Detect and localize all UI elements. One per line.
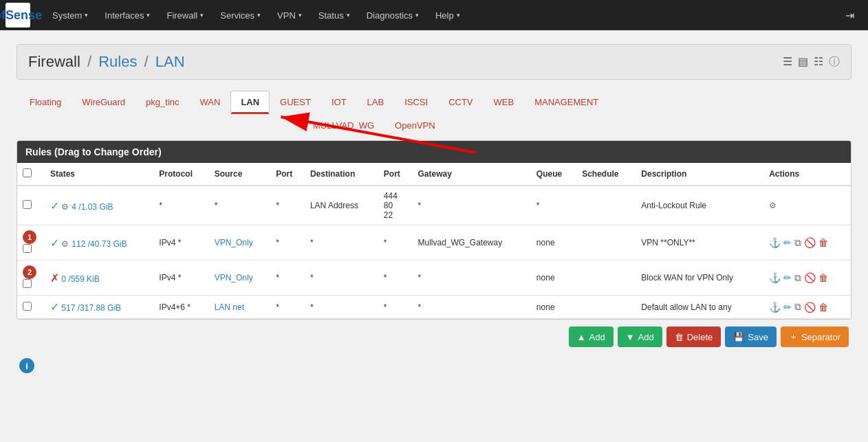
row-select-checkbox[interactable] — [23, 200, 32, 209]
nav-interfaces[interactable]: Interfaces ▾ — [96, 0, 158, 30]
tab-openvpn[interactable]: OpenVPN — [384, 114, 446, 136]
gear-icon[interactable]: ⚙ — [61, 239, 69, 249]
row-port-src: * — [270, 261, 305, 296]
tabs-container: Floating WireGuard pkg_tinc WAN LAN GUES… — [17, 91, 851, 136]
tabs-row-1: Floating WireGuard pkg_tinc WAN LAN GUES… — [17, 91, 851, 113]
source-link[interactable]: VPN_Only — [215, 238, 253, 247]
enabled-check-icon: ✓ — [50, 237, 59, 249]
edit-icon[interactable]: ✏ — [783, 272, 792, 283]
states-link[interactable]: 112 /40.73 GiB — [72, 239, 127, 249]
logo-box: pfSense — [6, 3, 30, 27]
brand: pfSense — [6, 3, 33, 27]
caret-icon: ▾ — [257, 12, 261, 19]
row-port-dst: * — [378, 296, 413, 319]
states-link[interactable]: 0 /559 KiB — [61, 274, 99, 284]
nav-firewall[interactable]: Firewall ▾ — [158, 0, 212, 30]
tab-web[interactable]: WEB — [484, 91, 525, 113]
delete-row-icon[interactable]: 🗑 — [818, 272, 828, 283]
nav-system[interactable]: System ▾ — [44, 0, 96, 30]
logout-button[interactable]: ⇥ — [837, 9, 862, 22]
tab-floating[interactable]: Floating — [19, 91, 72, 113]
source-link[interactable]: VPN_Only — [215, 273, 253, 283]
th-source: Source — [209, 163, 271, 186]
row-queue: none — [531, 225, 576, 261]
bc-sep-1: / — [87, 53, 96, 70]
tab-wan[interactable]: WAN — [190, 91, 231, 113]
tab-guest[interactable]: GUEST — [270, 91, 321, 113]
row-queue: none — [531, 296, 576, 319]
edit-icon[interactable]: ✏ — [783, 302, 792, 313]
copy-icon[interactable]: ⧉ — [794, 237, 801, 249]
anchor-icon[interactable]: ⚓ — [769, 272, 781, 283]
copy-icon[interactable]: ⧉ — [794, 272, 801, 284]
help-icon[interactable]: ⓘ — [829, 55, 840, 69]
tab-wireguard[interactable]: WireGuard — [72, 91, 135, 113]
states-link[interactable]: 517 /317.88 GiB — [61, 303, 121, 313]
table-icon[interactable]: ☷ — [814, 55, 823, 69]
tab-pkg-tinc[interactable]: pkg_tinc — [135, 91, 189, 113]
enabled-check-icon: ✓ — [50, 301, 59, 313]
copy-icon[interactable]: ⧉ — [794, 301, 801, 313]
nav-diagnostics[interactable]: Diagnostics ▾ — [358, 0, 427, 30]
nav-vpn[interactable]: VPN ▾ — [269, 0, 310, 30]
nav-services[interactable]: Services ▾ — [212, 0, 269, 30]
row-schedule — [576, 186, 636, 225]
tabs-row-2: MULLVAD_WG OpenVPN — [17, 114, 851, 136]
chart-icon[interactable]: ▤ — [798, 55, 808, 69]
row-gateway: Mullvad_WG_Gateway — [413, 225, 531, 261]
settings-icon[interactable]: ⚙ — [769, 201, 777, 210]
add-up-button[interactable]: ▲ Add — [569, 327, 614, 347]
gear-icon[interactable]: ⚙ — [61, 202, 69, 212]
states-link[interactable]: 4 /1.03 GiB — [72, 202, 113, 212]
rules-table: States Protocol Source Port Destination … — [17, 163, 851, 319]
block-icon[interactable]: 🚫 — [804, 272, 816, 283]
row-port-dst: * — [378, 261, 413, 296]
th-checkbox — [17, 163, 45, 186]
select-all-checkbox[interactable] — [23, 168, 32, 177]
row-select-checkbox[interactable] — [23, 279, 32, 288]
table-row: 1✓ ⚙112 /40.73 GiBIPv4 *VPN_Only***Mullv… — [17, 225, 851, 261]
row-actions: ⚓ ✏ ⧉ 🚫 🗑 — [763, 261, 851, 296]
add-down-icon: ▼ — [626, 332, 635, 342]
edit-icon[interactable]: ✏ — [783, 237, 792, 248]
nav-status[interactable]: Status ▾ — [310, 0, 358, 30]
row-actions: ⚓ ✏ ⧉ 🚫 🗑 — [763, 296, 851, 319]
delete-row-icon[interactable]: 🗑 — [818, 237, 828, 248]
nav-help[interactable]: Help ▾ — [427, 0, 468, 30]
info-button[interactable]: i — [19, 358, 34, 373]
tab-iot[interactable]: IOT — [321, 91, 357, 113]
anchor-icon[interactable]: ⚓ — [769, 237, 781, 248]
add-down-button[interactable]: ▼ Add — [618, 327, 662, 347]
row-destination: * — [305, 261, 378, 296]
bc-lan[interactable]: LAN — [155, 53, 185, 70]
row-states: ✗ 0 /559 KiB — [45, 261, 153, 296]
row-select-checkbox[interactable] — [23, 302, 32, 311]
row-schedule — [576, 225, 636, 261]
row-select-checkbox[interactable] — [23, 244, 32, 253]
anchor-icon[interactable]: ⚓ — [769, 302, 781, 313]
filter-icon[interactable]: ☰ — [783, 55, 792, 69]
delete-row-icon[interactable]: 🗑 — [818, 302, 828, 313]
tab-cctv[interactable]: CCTV — [438, 91, 483, 113]
block-icon[interactable]: 🚫 — [804, 237, 816, 248]
source-link[interactable]: LAN net — [215, 302, 244, 312]
tab-mullvad-wg[interactable]: MULLVAD_WG — [303, 114, 384, 136]
block-icon[interactable]: 🚫 — [804, 302, 816, 313]
save-button[interactable]: 💾 Save — [725, 327, 777, 347]
row-destination: * — [305, 296, 378, 319]
tab-iscsi[interactable]: ISCSI — [394, 91, 438, 113]
row-protocol: IPv4 * — [153, 261, 208, 296]
bc-sep-2: / — [144, 53, 153, 70]
caret-icon: ▾ — [457, 12, 460, 19]
bc-rules[interactable]: Rules — [98, 53, 137, 70]
pfsense-logo: pfSense — [0, 9, 42, 21]
th-schedule: Schedule — [576, 163, 636, 186]
tab-management[interactable]: MANAGEMENT — [524, 91, 609, 113]
row-port-src: * — [270, 225, 305, 261]
delete-button[interactable]: 🗑 Delete — [666, 327, 721, 347]
separator-button[interactable]: ＋ Separator — [781, 327, 849, 347]
th-protocol: Protocol — [153, 163, 208, 186]
table-row: ✓ ⚙4 /1.03 GiB***LAN Address444 80 22**A… — [17, 186, 851, 225]
tab-lan[interactable]: LAN — [230, 91, 270, 113]
tab-lab[interactable]: LAB — [357, 91, 395, 113]
